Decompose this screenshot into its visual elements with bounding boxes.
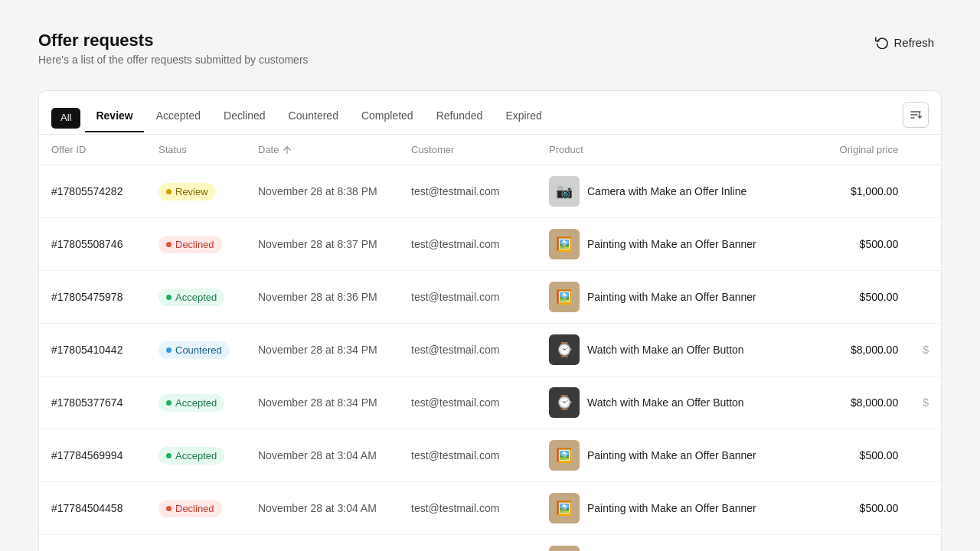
product-name: Camera with Make an Offer Inline — [587, 185, 746, 197]
col-header-date[interactable]: Date — [246, 135, 399, 165]
customer-cell: test@testmail.com — [399, 165, 537, 218]
status-dot — [166, 189, 172, 194]
offer-id-cell: #17805377674 — [39, 377, 146, 429]
tab-countered[interactable]: Countered — [278, 104, 349, 132]
status-badge: Accepted — [158, 289, 224, 306]
tab-expired[interactable]: Expired — [495, 104, 552, 132]
page-header: Offer requests Here's a list of the offe… — [38, 31, 942, 66]
customer-cell: test@testmail.com — [399, 535, 537, 552]
offer-id-cell: #17784569994 — [39, 429, 146, 482]
page-subtitle: Here's a list of the offer requests subm… — [38, 54, 309, 66]
refresh-icon — [875, 35, 889, 49]
product-thumbnail: 🖼️ — [549, 493, 580, 523]
col-header-offer-id: Offer ID — [39, 135, 146, 165]
refresh-button[interactable]: Refresh — [867, 31, 942, 54]
product-cell: ⌚Watch with Make an Offer Button — [537, 377, 811, 429]
status-dot — [166, 347, 172, 353]
status-cell: Review — [146, 535, 246, 552]
extra-cell — [910, 271, 941, 324]
product-cell: 📷Camera with Make an Offer Inline — [537, 165, 811, 218]
header-text: Offer requests Here's a list of the offe… — [38, 31, 309, 66]
sort-icon — [910, 109, 922, 121]
main-card: All Review Accepted Declined Countered C… — [38, 90, 942, 551]
table-row[interactable]: #17784471690ReviewNovember 28 at 3:03 AM… — [39, 535, 941, 552]
price-cell: $8,000.00 — [811, 377, 910, 429]
col-header-extra — [910, 135, 941, 165]
date-cell: November 28 at 3:04 AM — [246, 482, 399, 535]
date-cell: November 28 at 3:04 AM — [246, 429, 399, 482]
customer-cell: test@testmail.com — [399, 271, 537, 324]
table-body: #17805574282ReviewNovember 28 at 8:38 PM… — [39, 165, 941, 552]
table-row[interactable]: #17784504458DeclinedNovember 28 at 3:04 … — [39, 482, 941, 535]
status-badge: Accepted — [158, 447, 224, 465]
offer-id-cell: #17805475978 — [39, 271, 146, 324]
status-cell: Declined — [146, 482, 246, 535]
status-cell: Review — [146, 165, 246, 218]
status-dot — [166, 400, 172, 406]
status-badge: Countered — [158, 341, 230, 359]
offer-id-cell: #17784504458 — [39, 482, 146, 535]
page-wrapper: Offer requests Here's a list of the offe… — [0, 0, 980, 551]
status-cell: Accepted — [146, 377, 246, 429]
product-cell: 🖼️Painting with Make an Offer Banner — [537, 271, 811, 324]
status-badge: Review — [158, 183, 216, 201]
tab-refunded[interactable]: Refunded — [426, 104, 494, 132]
tab-declined[interactable]: Declined — [213, 104, 276, 132]
customer-cell: test@testmail.com — [399, 429, 537, 482]
col-header-product: Product — [537, 135, 811, 165]
status-dot — [166, 506, 172, 511]
product-cell: 🖼️Painting with Make an Offer Banner — [537, 218, 811, 271]
status-cell: Countered — [146, 324, 246, 377]
offer-id-cell: #17805410442 — [39, 324, 146, 377]
page-title: Offer requests — [38, 31, 309, 51]
table-row[interactable]: #17805377674AcceptedNovember 28 at 8:34 … — [39, 377, 941, 429]
customer-cell: test@testmail.com — [399, 218, 537, 271]
product-name: Painting with Make an Offer Banner — [587, 502, 756, 514]
status-dot — [166, 242, 172, 247]
product-thumbnail: ⌚ — [549, 387, 580, 418]
product-thumbnail: ⌚ — [549, 334, 580, 365]
product-name: Painting with Make an Offer Banner — [587, 238, 756, 250]
table-row[interactable]: #17805410442CounteredNovember 28 at 8:34… — [39, 324, 941, 377]
tab-accepted[interactable]: Accepted — [145, 104, 211, 132]
tab-completed[interactable]: Completed — [351, 104, 424, 132]
extra-cell — [910, 482, 941, 535]
product-name: Watch with Make an Offer Button — [587, 396, 744, 409]
product-thumbnail: 🖼️ — [549, 440, 580, 471]
table-row[interactable]: #17784569994AcceptedNovember 28 at 3:04 … — [39, 429, 941, 482]
extra-cell — [910, 535, 941, 552]
customer-cell: test@testmail.com — [399, 377, 537, 429]
table-header-row: Offer ID Status Date Customer Product — [39, 135, 941, 165]
price-cell: $500.00 — [811, 482, 910, 535]
offer-id-cell: #17784471690 — [39, 535, 146, 552]
status-badge: Declined — [158, 500, 222, 517]
table-row[interactable]: #17805508746DeclinedNovember 28 at 8:37 … — [39, 218, 941, 271]
status-cell: Accepted — [146, 429, 246, 482]
date-cell: November 28 at 8:34 PM — [246, 324, 399, 377]
status-cell: Accepted — [146, 271, 246, 324]
tab-all[interactable]: All — [51, 108, 80, 129]
tab-review[interactable]: Review — [85, 104, 143, 132]
date-cell: November 28 at 3:03 AM — [246, 535, 399, 552]
sort-date-icon — [282, 145, 292, 155]
product-name: Painting with Make an Offer Banner — [587, 291, 756, 303]
tabs-bar: All Review Accepted Declined Countered C… — [39, 91, 941, 135]
date-cell: November 28 at 8:37 PM — [246, 218, 399, 271]
status-badge: Accepted — [158, 394, 224, 412]
price-cell: $1,000.00 — [811, 165, 910, 218]
col-header-status: Status — [146, 135, 246, 165]
table-row[interactable]: #17805475978AcceptedNovember 28 at 8:36 … — [39, 271, 941, 324]
price-cell: $500.00 — [811, 535, 910, 552]
status-cell: Declined — [146, 218, 246, 271]
sort-button[interactable] — [903, 102, 929, 128]
offer-id-cell: #17805508746 — [39, 218, 146, 271]
customer-cell: test@testmail.com — [399, 324, 537, 377]
date-cell: November 28 at 8:38 PM — [246, 165, 399, 218]
extra-cell — [910, 218, 941, 271]
product-name: Painting with Make an Offer Banner — [587, 449, 756, 461]
col-header-customer: Customer — [399, 135, 537, 165]
extra-cell: $ — [910, 377, 941, 429]
status-badge: Declined — [158, 236, 222, 253]
table-row[interactable]: #17805574282ReviewNovember 28 at 8:38 PM… — [39, 165, 941, 218]
price-cell: $500.00 — [811, 429, 910, 482]
